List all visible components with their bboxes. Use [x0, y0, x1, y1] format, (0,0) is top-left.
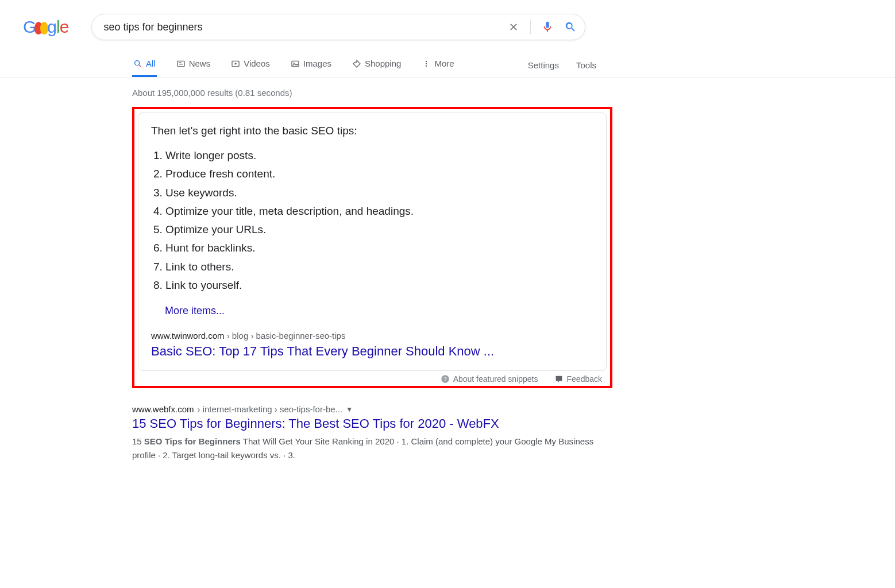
header: G g l e: [0, 0, 895, 40]
list-item: 6. Hunt for backlinks.: [151, 239, 593, 257]
divider: [530, 20, 531, 34]
logo-letter: g: [47, 17, 56, 37]
google-logo[interactable]: G g l e: [23, 17, 68, 37]
news-icon: [176, 59, 186, 68]
list-item: 2. Produce fresh content.: [151, 165, 593, 183]
featured-snippet-highlight: Then let's get right into the basic SEO …: [132, 107, 612, 388]
result-cite[interactable]: www.webfx.com › internet-marketing › seo…: [132, 404, 603, 414]
search-result: www.webfx.com › internet-marketing › seo…: [132, 404, 603, 462]
tab-shopping[interactable]: Shopping: [351, 53, 402, 77]
tab-label: News: [189, 59, 211, 68]
list-item: 4. Optimize your title, meta description…: [151, 202, 593, 220]
svg-point-0: [135, 60, 140, 65]
snippet-cite[interactable]: www.twinword.com › blog › basic-beginner…: [151, 331, 593, 341]
feedback-label: Feedback: [567, 374, 602, 384]
svg-rect-14: [555, 376, 562, 381]
tab-label: More: [434, 59, 454, 68]
svg-point-10: [426, 63, 427, 64]
tools-link[interactable]: Tools: [576, 60, 596, 70]
result-description: 15 SEO Tips for Beginners That Will Get …: [132, 435, 603, 462]
video-icon: [231, 59, 240, 68]
svg-point-11: [426, 65, 427, 66]
more-items-link[interactable]: More items...: [165, 305, 225, 317]
list-item: 8. Link to yourself.: [151, 276, 593, 295]
logo-letter: G: [23, 17, 36, 37]
tab-label: Videos: [244, 59, 270, 68]
list-item: 5. Optimize your URLs.: [151, 220, 593, 239]
tab-label: Shopping: [365, 59, 401, 68]
settings-link[interactable]: Settings: [528, 60, 559, 70]
featured-snippet: Then let's get right into the basic SEO …: [138, 113, 607, 371]
list-item: 1. Write longer posts.: [151, 146, 593, 165]
cite-domain: www.webfx.com: [132, 404, 194, 414]
search-icon: [133, 59, 142, 68]
about-label: About featured snippets: [453, 374, 538, 384]
list-item: 3. Use keywords.: [151, 184, 593, 202]
logo-letter: e: [60, 17, 69, 37]
svg-point-9: [426, 60, 427, 61]
svg-point-7: [293, 62, 294, 63]
snippet-title-link[interactable]: Basic SEO: Top 17 Tips That Every Beginn…: [151, 344, 593, 359]
tab-all[interactable]: All: [132, 53, 157, 77]
tab-label: All: [146, 59, 156, 68]
snippet-list: 1. Write longer posts.2. Produce fresh c…: [151, 146, 593, 295]
svg-line-1: [139, 65, 141, 67]
tab-label: Images: [303, 59, 331, 68]
search-input[interactable]: [100, 21, 507, 33]
tab-news[interactable]: News: [175, 53, 212, 77]
search-icon[interactable]: [564, 21, 577, 33]
voice-search-icon[interactable]: [541, 21, 554, 33]
holiday-bulb-icon: [40, 22, 48, 34]
tab-videos[interactable]: Videos: [230, 53, 271, 77]
svg-text:?: ?: [443, 377, 446, 382]
cite-domain: www.twinword.com: [151, 331, 225, 341]
result-stats: About 195,000,000 results (0.81 seconds): [132, 88, 609, 98]
search-bar[interactable]: [91, 14, 585, 40]
feedback-link[interactable]: Feedback: [554, 374, 602, 384]
tabs-row: AllNewsVideosImagesShoppingMore Settings…: [0, 53, 895, 78]
about-featured-snippets-link[interactable]: ? About featured snippets: [441, 374, 538, 384]
svg-point-8: [355, 61, 356, 63]
feedback-icon: [554, 374, 564, 384]
image-icon: [291, 59, 300, 68]
tab-more[interactable]: More: [421, 53, 455, 77]
snippet-lead: Then let's get right into the basic SEO …: [151, 125, 593, 137]
more-icon: [422, 59, 431, 68]
tab-images[interactable]: Images: [290, 53, 333, 77]
list-item: 7. Link to others.: [151, 258, 593, 276]
result-menu-caret[interactable]: ▼: [346, 405, 353, 413]
cite-path: › blog › basic-beginner-seo-tips: [225, 331, 346, 341]
help-icon: ?: [441, 374, 450, 384]
tag-icon: [352, 59, 361, 68]
cite-path: › internet-marketing › seo-tips-for-be..…: [198, 404, 343, 414]
clear-icon[interactable]: [507, 21, 520, 33]
result-title-link[interactable]: 15 SEO Tips for Beginners: The Best SEO …: [132, 416, 603, 431]
